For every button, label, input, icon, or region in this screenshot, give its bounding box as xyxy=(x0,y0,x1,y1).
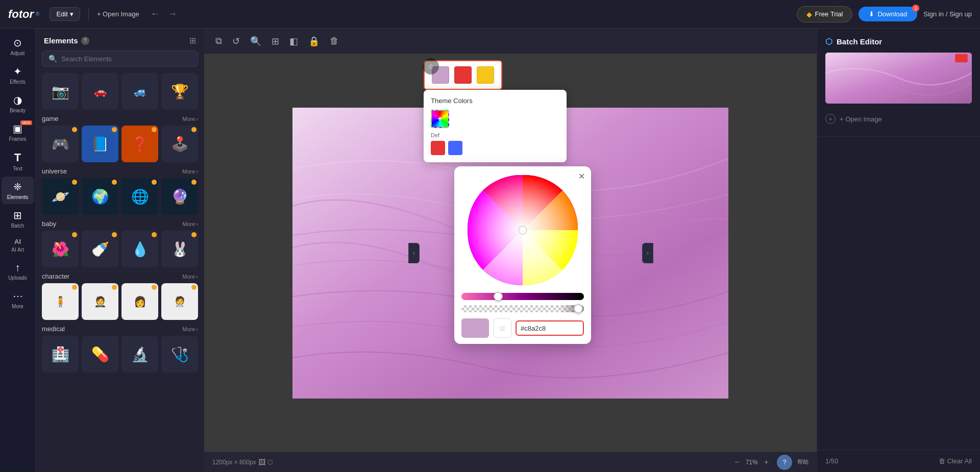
duplicate-button[interactable]: ⧉ xyxy=(212,34,225,48)
free-trial-button[interactable]: ◆ Free Trial xyxy=(797,6,853,22)
info-icon[interactable]: ? xyxy=(81,37,89,45)
category-more-medical[interactable]: More › xyxy=(182,326,198,332)
add-color-button[interactable]: + xyxy=(431,110,449,128)
element-item[interactable]: 🪐 xyxy=(42,178,79,215)
favorite-button[interactable]: ☆ xyxy=(423,58,439,74)
sidebar-item-label: Elements xyxy=(7,194,29,200)
element-item[interactable]: 🏆 xyxy=(161,73,198,110)
size-text: 1200px × 800px xyxy=(212,459,256,466)
element-item[interactable]: 🎮 xyxy=(42,126,79,162)
hex-input[interactable] xyxy=(521,325,579,332)
category-more-game[interactable]: More › xyxy=(182,116,198,122)
download-label: Download xyxy=(877,10,907,18)
element-item[interactable]: 🕹️ xyxy=(161,126,198,162)
edit-button[interactable]: Edit ▾ xyxy=(50,7,80,21)
element-item[interactable]: 🐰 xyxy=(161,231,198,267)
element-item[interactable]: 🧍 xyxy=(42,283,79,320)
favorite-color-button[interactable]: ☆ xyxy=(493,318,511,338)
signin-label: Sign in / Sign up xyxy=(923,10,972,18)
grid-button[interactable]: ⊞ xyxy=(268,34,282,49)
canvas-area: ⧉ ↺ 🔍 ⊞ ◧ 🔒 🗑 ‹ › ☆ xyxy=(204,29,817,472)
zoom-level: 71% xyxy=(744,459,760,466)
layers-button[interactable]: ◧ xyxy=(286,34,301,49)
open-image-right-button[interactable]: + + Open Image xyxy=(825,110,972,128)
element-item[interactable]: 👩 xyxy=(121,283,158,320)
sidebar-item-adjust[interactable]: ⊙ Adjust xyxy=(2,33,34,60)
grid-view-button[interactable]: ⊞ xyxy=(189,36,196,45)
universe-elements-grid: 🪐 🌍 🌐 🔮 xyxy=(42,178,198,215)
color-swatch-red[interactable] xyxy=(454,66,472,84)
category-name: baby xyxy=(42,220,56,228)
signin-button[interactable]: Sign in / Sign up xyxy=(923,10,972,18)
zoom-button[interactable]: 🔍 xyxy=(247,34,264,49)
zoom-out-button[interactable]: − xyxy=(734,458,739,467)
zoom-in-button[interactable]: + xyxy=(764,458,769,467)
undo-button[interactable]: ← xyxy=(148,8,163,20)
canvas-size: 1200px × 800px 🖼 ⬡ xyxy=(212,458,273,466)
default-swatch-blue[interactable] xyxy=(448,141,462,155)
premium-star xyxy=(112,180,117,185)
default-colors-section: Def xyxy=(431,132,559,155)
element-item[interactable]: ❓ xyxy=(121,126,158,162)
element-item[interactable]: 🌺 xyxy=(42,231,79,267)
sidebar-item-frames[interactable]: NEW ▣ Frames xyxy=(2,118,34,146)
sidebar-item-label: More xyxy=(12,304,23,309)
element-item[interactable]: 🔮 xyxy=(161,178,198,215)
sidebar-item-text[interactable]: T Text xyxy=(2,147,34,176)
premium-star xyxy=(112,127,117,132)
element-item[interactable]: 🧑‍⚕️ xyxy=(161,283,198,320)
new-badge: NEW xyxy=(20,120,32,125)
collapse-panel-button[interactable]: ‹ xyxy=(408,243,420,263)
default-swatch-red[interactable] xyxy=(431,141,445,155)
delete-button[interactable]: 🗑 xyxy=(327,34,342,48)
more-icon: ⋯ xyxy=(13,290,23,302)
element-item[interactable]: 📘 xyxy=(82,126,118,162)
opacity-handle[interactable] xyxy=(574,304,583,313)
element-item[interactable]: 🌐 xyxy=(121,178,158,215)
element-item[interactable]: 🍼 xyxy=(82,231,118,267)
help-button[interactable]: ? xyxy=(777,455,792,470)
rotate-button[interactable]: ↺ xyxy=(229,34,243,49)
lock-button[interactable]: 🔒 xyxy=(305,34,323,49)
element-item[interactable]: 🚙 xyxy=(121,73,158,110)
sidebar-item-effects[interactable]: ✦ Effects xyxy=(2,61,34,89)
element-item[interactable]: 🤵 xyxy=(82,283,118,320)
category-row-game: game More › xyxy=(42,115,198,122)
brightness-handle[interactable] xyxy=(494,292,503,301)
redo-button[interactable]: → xyxy=(165,8,180,20)
sidebar-item-more[interactable]: ⋯ More xyxy=(2,286,34,313)
color-wheel-svg[interactable] xyxy=(466,173,579,287)
element-item[interactable]: 🏥 xyxy=(42,336,79,372)
brightness-slider[interactable] xyxy=(461,293,584,300)
color-bottom: ☆ xyxy=(461,318,584,338)
help-label: 帮助 xyxy=(797,458,808,466)
elements-panel: Elements ? ⊞ 🔍 📷 🚗 🚙 🏆 game More › xyxy=(36,29,204,472)
sidebar-item-ai-art[interactable]: AI AI Art xyxy=(2,234,34,257)
batch-thumbnail[interactable] xyxy=(825,53,972,104)
clear-all-button[interactable]: 🗑 Clear All xyxy=(939,457,972,465)
sidebar-item-batch[interactable]: ⊞ Batch xyxy=(2,205,34,233)
category-more-character[interactable]: More › xyxy=(182,274,198,280)
element-item[interactable]: 🔬 xyxy=(121,336,158,372)
sidebar-item-beauty[interactable]: ◑ Beauty xyxy=(2,90,34,117)
element-item[interactable]: 🩺 xyxy=(161,336,198,372)
opacity-slider[interactable] xyxy=(461,305,584,312)
sidebar-item-label: Uploads xyxy=(8,275,27,281)
element-item[interactable]: 🚗 xyxy=(82,73,118,110)
ai-art-icon: AI xyxy=(14,238,21,245)
download-button[interactable]: ⬇ Download 1 xyxy=(859,7,917,21)
category-more-baby[interactable]: More › xyxy=(182,221,198,227)
search-bar: 🔍 xyxy=(42,51,198,67)
edit-label: Edit xyxy=(56,10,67,18)
expand-right-button[interactable]: › xyxy=(642,243,653,263)
element-item[interactable]: 🌍 xyxy=(82,178,118,215)
element-item[interactable]: 💊 xyxy=(82,336,118,372)
element-item[interactable]: 📷 xyxy=(42,73,79,110)
sidebar-item-elements[interactable]: ❈ Elements xyxy=(2,177,34,204)
open-image-button[interactable]: + Open Image xyxy=(97,10,139,18)
category-more-universe[interactable]: More › xyxy=(182,168,198,175)
color-swatch-yellow[interactable] xyxy=(477,66,494,84)
element-item[interactable]: 💧 xyxy=(121,231,158,267)
sidebar-item-uploads[interactable]: ↑ Uploads xyxy=(2,258,34,285)
search-input[interactable] xyxy=(61,55,191,63)
